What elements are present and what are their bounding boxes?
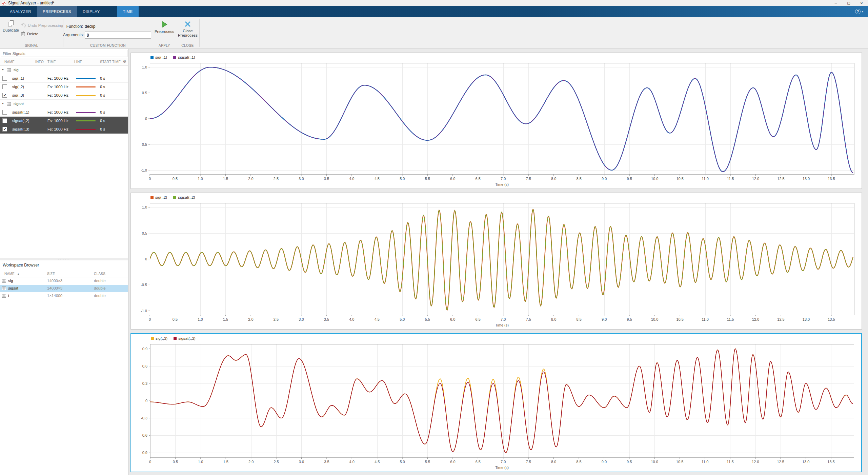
plot-legend: sig(:,1)sigsat(:,1) (131, 53, 862, 62)
plot-panel-3[interactable]: sig(:,3)sigsat(:,3)00.51.01.52.02.53.03.… (130, 333, 862, 472)
x-tick-label: 3.5 (324, 317, 329, 321)
legend-item: sig(:,1) (150, 55, 167, 59)
plot-legend: sig(:,2)sigsat(:,2) (131, 193, 862, 202)
x-tick-label: 12.0 (752, 317, 759, 321)
x-tick-label: 1.5 (223, 460, 228, 464)
expander-icon[interactable]: ▾ (2, 67, 4, 71)
function-value[interactable]: declip (85, 24, 95, 29)
ws-column-name[interactable]: NAME (4, 272, 15, 276)
plot-canvas-3[interactable]: 00.51.01.52.02.53.03.54.04.55.05.56.06.5… (131, 343, 861, 472)
x-tick-label: 12.5 (777, 177, 784, 181)
x-tick-label: 5.0 (400, 460, 405, 464)
legend-item: sig(:,3) (151, 336, 167, 340)
signal-row[interactable]: sig(:,1)Fs: 1000 Hz0 s (0, 74, 128, 83)
plot-panel-1[interactable]: sig(:,1)sigsat(:,1)00.51.01.52.02.53.03.… (130, 53, 862, 189)
variable-class: double (94, 294, 106, 298)
signal-checkbox[interactable]: ✓ (2, 127, 7, 132)
x-tick-label: 8.5 (577, 177, 582, 181)
signal-line-swatch (76, 120, 96, 121)
signal-start-time: 0 s (100, 93, 105, 97)
series-sig(:,3) (150, 349, 853, 453)
x-tick-label: 12.5 (777, 460, 784, 464)
workspace-row[interactable]: t1×14000double (0, 292, 128, 300)
titlebar: Signal Analyzer - untitled* ─ ▢ ✕ (0, 0, 868, 6)
signal-line-swatch (76, 86, 96, 87)
x-tick-label: 3.5 (324, 460, 329, 464)
plot-canvas-2[interactable]: 00.51.01.52.02.53.03.54.04.55.05.56.06.5… (131, 202, 862, 329)
variable-class: double (94, 279, 106, 283)
signal-row[interactable]: ✓sig(:,3)Fs: 1000 Hz0 s (0, 91, 128, 100)
signal-checkbox[interactable] (2, 84, 7, 89)
signal-start-time: 0 s (100, 127, 105, 131)
plot-area: sig(:,1)sigsat(:,1)00.51.01.52.02.53.03.… (130, 53, 862, 472)
x-tick-label: 0 (149, 460, 151, 464)
legend-label: sig(:,1) (155, 55, 167, 59)
signals-table-body: ▾sigsig(:,1)Fs: 1000 Hz0 ssig(:,2)Fs: 10… (0, 66, 128, 134)
tab-display[interactable]: DISPLAY (77, 6, 106, 17)
x-tick-label: 13.0 (803, 177, 810, 181)
y-tick-label: -0.5 (141, 283, 147, 287)
undo-icon (21, 23, 26, 27)
window-controls: ─ ▢ ✕ (829, 0, 868, 6)
x-tick-label: 6.5 (476, 317, 481, 321)
x-tick-label: 3.0 (299, 317, 304, 321)
arguments-input[interactable] (85, 32, 151, 39)
x-tick-label: 11.5 (727, 177, 734, 181)
panel-splitter[interactable] (0, 258, 128, 260)
signal-group-row[interactable]: ▾sigsat (0, 100, 128, 108)
legend-item: sig(:,2) (150, 195, 167, 199)
y-tick-label: -1.0 (141, 168, 147, 172)
x-tick-label: 10.0 (651, 460, 658, 464)
signal-row[interactable]: sigsat(:,2)Fs: 1000 Hz0 s (0, 117, 128, 125)
gear-icon[interactable]: ⚙ (123, 59, 126, 64)
ribbon-separator (199, 19, 200, 47)
expander-icon[interactable]: ▾ (2, 101, 4, 105)
signal-checkbox[interactable] (2, 76, 7, 81)
x-axis-label: Time (s) (495, 466, 509, 470)
x-tick-label: 9.5 (627, 460, 632, 464)
x-tick-label: 11.5 (727, 460, 734, 464)
x-tick-label: 3.0 (299, 177, 304, 181)
signal-checkbox[interactable] (2, 110, 7, 115)
x-tick-label: 13.5 (828, 317, 835, 321)
legend-swatch (173, 196, 176, 199)
x-tick-label: 8.5 (577, 317, 582, 321)
window-title: Signal Analyzer - untitled* (8, 1, 55, 5)
workspace-row[interactable]: sigsat14000×3double (0, 285, 128, 292)
tab-time[interactable]: TIME (117, 6, 138, 17)
column-line: LINE (74, 60, 82, 64)
signal-row[interactable]: sigsat(:,1)Fs: 1000 Hz0 s (0, 108, 128, 117)
close-preprocess-button[interactable]: Close Preprocess (177, 21, 198, 38)
tab-preprocess[interactable]: PREPROCESS (37, 6, 77, 17)
close-button[interactable]: ✕ (855, 0, 868, 6)
x-tick-label: 5.5 (425, 317, 430, 321)
signal-group-row[interactable]: ▾sig (0, 66, 128, 74)
plot-panel-2[interactable]: sig(:,2)sigsat(:,2)00.51.01.52.02.53.03.… (130, 193, 862, 330)
plot-canvas-1[interactable]: 00.51.01.52.02.53.03.54.04.55.05.56.06.5… (131, 62, 862, 189)
signal-checkbox[interactable] (2, 118, 7, 123)
legend-swatch (150, 196, 154, 199)
x-tick-label: 6.0 (450, 317, 455, 321)
duplicate-button[interactable]: Duplicate (2, 20, 20, 32)
help-button[interactable]: ? ▾ (855, 9, 863, 14)
maximize-button[interactable]: ▢ (842, 0, 855, 6)
signal-row[interactable]: ✓sigsat(:,3)Fs: 1000 Hz0 s (0, 125, 128, 134)
x-tick-label: 8.0 (551, 317, 556, 321)
signal-row[interactable]: sig(:,2)Fs: 1000 Hz0 s (0, 83, 128, 91)
close-preprocess-label: Close Preprocess (177, 29, 198, 38)
y-tick-label: -0.3 (141, 416, 147, 420)
ws-column-class[interactable]: CLASS (94, 272, 105, 276)
workspace-row[interactable]: sig14000×3double (0, 277, 128, 285)
delete-button[interactable]: Delete (21, 31, 38, 36)
minimize-button[interactable]: ─ (829, 0, 842, 6)
filter-signals-input[interactable] (1, 50, 127, 57)
legend-label: sigsat(:,1) (178, 55, 195, 59)
preprocess-button[interactable]: Preprocess (154, 21, 175, 34)
y-tick-label: 0.3 (142, 381, 147, 385)
signal-line-swatch (76, 112, 96, 113)
play-icon (161, 21, 168, 28)
undo-preprocessing-button[interactable]: Undo Preprocessing (21, 23, 63, 27)
ws-column-size[interactable]: SIZE (47, 272, 55, 276)
tab-analyzer[interactable]: ANALYZER (4, 6, 37, 17)
signal-checkbox[interactable]: ✓ (2, 93, 7, 98)
